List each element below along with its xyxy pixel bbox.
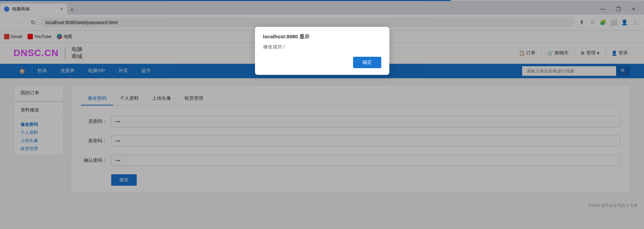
modal-body: 修改成功！ bbox=[263, 44, 381, 50]
modal-overlay: localhost:8080 显示 修改成功！ 确定 bbox=[0, 0, 644, 229]
modal-dialog: localhost:8080 显示 修改成功！ 确定 bbox=[255, 27, 389, 75]
modal-header: localhost:8080 显示 bbox=[263, 34, 381, 40]
modal-footer: 确定 bbox=[263, 57, 381, 68]
modal-confirm-button[interactable]: 确定 bbox=[353, 57, 381, 68]
